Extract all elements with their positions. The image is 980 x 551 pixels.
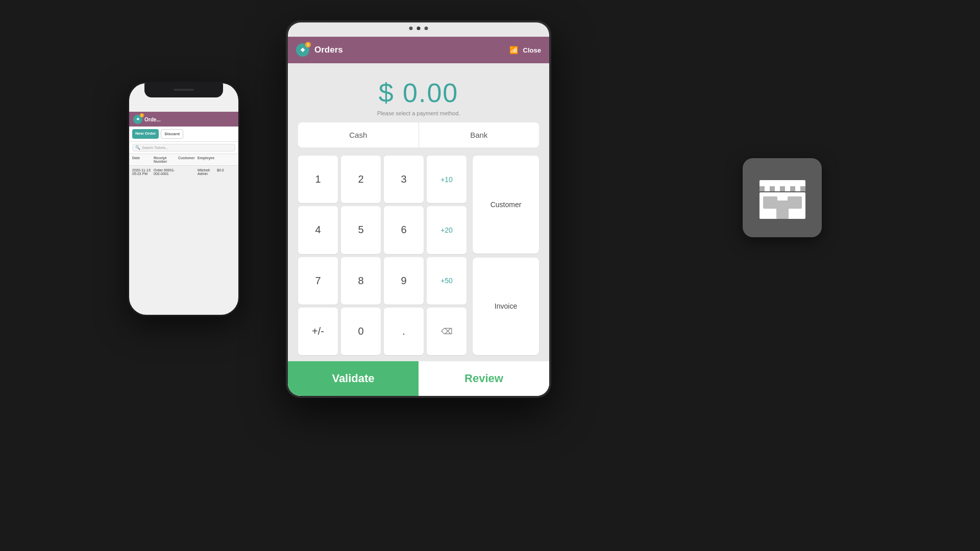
- key-1[interactable]: 1: [298, 156, 338, 203]
- tablet-body: $ 0.00 Please select a payment method. C…: [288, 63, 549, 396]
- col-date: Date: [132, 156, 154, 163]
- payment-methods: Cash Bank: [298, 122, 539, 147]
- phone-search-placeholder: Search Tickets...: [142, 146, 168, 149]
- scene: ❖ 1 Orde... New Order Discard 🔍 Search T…: [0, 0, 980, 551]
- cell-receipt: Order 00001-002-0001: [154, 168, 178, 176]
- cash-button[interactable]: Cash: [298, 122, 419, 147]
- key-4[interactable]: 4: [298, 206, 338, 254]
- cell-employee: Mitchell Admin: [198, 168, 217, 176]
- phone-search-input[interactable]: 🔍 Search Tickets...: [132, 144, 235, 152]
- numpad: 1 2 3 +10 4 5 6 +20 7 8 9 +50 +/- 0: [298, 156, 467, 355]
- svg-rect-6: [800, 186, 805, 191]
- search-icon: 🔍: [135, 145, 140, 150]
- table-row[interactable]: 2020-11-13 05:23 PM Order 00001-002-0001…: [129, 166, 238, 179]
- col-amount: [217, 156, 232, 163]
- tablet-header: ❖ 1 Orders 📶 Close: [288, 37, 549, 63]
- phone-table-header: Date Receipt Number Customer Employee: [129, 154, 238, 166]
- key-7[interactable]: 7: [298, 257, 338, 305]
- svg-rect-4: [780, 186, 785, 191]
- dot-right: [425, 27, 428, 30]
- wifi-icon: 📶: [509, 46, 518, 54]
- svg-rect-9: [788, 196, 802, 209]
- bank-button[interactable]: Bank: [419, 122, 540, 147]
- tablet-logo: ❖ 1: [296, 43, 309, 57]
- amount-section: $ 0.00 Please select a payment method.: [288, 63, 549, 122]
- phone-header: ❖ 1 Orde...: [129, 112, 238, 127]
- tablet-close-button[interactable]: Close: [523, 46, 541, 54]
- svg-rect-2: [760, 186, 765, 191]
- tablet-device: ❖ 1 Orders 📶 Close $ 0.00 Please select …: [286, 20, 551, 398]
- tablet-notification-badge: 1: [305, 42, 311, 47]
- col-receipt: Receipt Number: [154, 156, 178, 163]
- key-plusminus[interactable]: +/-: [298, 308, 338, 355]
- svg-rect-10: [776, 201, 789, 219]
- phone-device: ❖ 1 Orde... New Order Discard 🔍 Search T…: [128, 82, 240, 316]
- key-5[interactable]: 5: [341, 206, 381, 254]
- phone-discard-button[interactable]: Discard: [161, 129, 183, 139]
- key-0[interactable]: 0: [341, 308, 381, 355]
- review-button[interactable]: Review: [419, 361, 549, 396]
- phone-toolbar: New Order Discard: [129, 127, 238, 142]
- svg-rect-3: [770, 186, 775, 191]
- validate-button[interactable]: Validate: [288, 361, 419, 396]
- tablet-camera: [409, 27, 428, 30]
- store-icon: [757, 175, 808, 221]
- action-row: Validate Review: [288, 361, 549, 396]
- key-dot[interactable]: .: [384, 308, 424, 355]
- phone-notification-badge: 1: [140, 113, 144, 117]
- key-plus50[interactable]: +50: [427, 257, 467, 305]
- cell-amount: $0.0: [217, 168, 232, 172]
- amount-value: $ 0.00: [298, 78, 539, 108]
- side-buttons: Customer Invoice: [473, 156, 539, 355]
- key-2[interactable]: 2: [341, 156, 381, 203]
- key-backspace[interactable]: ⌫: [427, 308, 467, 355]
- phone-logo: ❖ 1: [133, 115, 142, 124]
- invoice-button[interactable]: Invoice: [473, 258, 539, 356]
- store-icon-box[interactable]: [743, 158, 822, 237]
- amount-hint: Please select a payment method.: [298, 110, 539, 116]
- phone-new-order-button[interactable]: New Order: [132, 129, 159, 139]
- svg-rect-5: [790, 186, 795, 191]
- key-plus10[interactable]: +10: [427, 156, 467, 203]
- key-6[interactable]: 6: [384, 206, 424, 254]
- key-3[interactable]: 3: [384, 156, 424, 203]
- cell-date: 2020-11-13 05:23 PM: [132, 168, 154, 176]
- dot-camera: [417, 27, 421, 30]
- key-plus20[interactable]: +20: [427, 206, 467, 254]
- customer-button[interactable]: Customer: [473, 156, 539, 254]
- phone-header-title: Orde...: [144, 117, 161, 122]
- key-8[interactable]: 8: [341, 257, 381, 305]
- key-9[interactable]: 9: [384, 257, 424, 305]
- col-employee: Employee: [198, 156, 217, 163]
- svg-rect-8: [763, 196, 777, 209]
- store-svg: [757, 175, 808, 221]
- dot-left: [409, 27, 413, 30]
- tablet-title: Orders: [314, 45, 504, 55]
- tablet-main: 1 2 3 +10 4 5 6 +20 7 8 9 +50 +/- 0: [288, 152, 549, 361]
- col-customer: Customer: [178, 156, 198, 163]
